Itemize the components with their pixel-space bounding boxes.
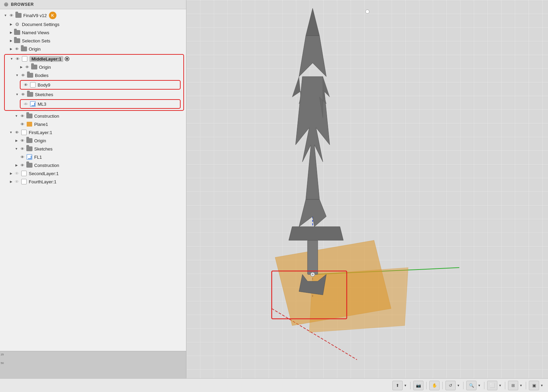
toolbar-dropdown-1[interactable]: ▼: [403, 381, 407, 390]
bodies-label: Bodies: [35, 73, 49, 78]
tree-item-ml3[interactable]: 👁 ML3: [21, 100, 180, 108]
tree-item-construction[interactable]: 👁 Construction: [0, 112, 186, 120]
body9-eye[interactable]: 👁: [23, 82, 29, 87]
middlelayer-label: MiddleLayer:1: [29, 56, 63, 62]
toolbar-sep-7: [526, 382, 526, 389]
selection-sets-label: Selection Sets: [22, 38, 50, 43]
fl-construction-label: Construction: [34, 163, 59, 168]
tree-item-fl-construction[interactable]: 👁 Construction: [0, 161, 186, 169]
fl-construction-folder-icon: [26, 162, 33, 168]
toolbar-group-camera: 📷: [413, 381, 423, 390]
tree-item-doc-settings[interactable]: ⚙ Document Settings: [0, 20, 186, 28]
fl1-eye[interactable]: 👁: [19, 155, 25, 159]
fl-origin-eye[interactable]: 👁: [19, 138, 25, 143]
toolbar-group-pan: ✋: [429, 381, 440, 390]
tree-item-fl1[interactable]: 👁 FL1: [0, 153, 186, 161]
secondlayer-component-icon: [21, 170, 27, 177]
fl-sketches-eye[interactable]: 👁: [19, 146, 25, 151]
toolbar-dropdown-2[interactable]: ▼: [456, 381, 460, 390]
toolbar-group-display: ⬜ ▼: [487, 381, 502, 390]
firstlayer-component-icon: [21, 129, 27, 135]
tree-root-item[interactable]: 👁 FinalV9 v12 K: [0, 11, 186, 20]
tree-item-named-views[interactable]: Named Views: [0, 28, 186, 37]
sketches-eye[interactable]: 👁: [20, 92, 26, 97]
construction-folder-icon: [26, 113, 33, 119]
tree-item-middlelayer[interactable]: 👁 MiddleLayer:1: [5, 55, 183, 63]
panel-minimize-icon[interactable]: —: [4, 2, 8, 6]
fl-construction-chevron: [14, 162, 19, 168]
sketches-label: Sketches: [35, 92, 53, 97]
fl-sketches-chevron: [14, 146, 19, 152]
middlelayer-radio[interactable]: [65, 56, 69, 61]
toolbar-dropdown-4[interactable]: ▼: [498, 381, 502, 390]
ml-origin-eye[interactable]: 👁: [24, 65, 30, 69]
tree-item-secondlayer[interactable]: 👁 SecondLayer:1: [0, 169, 186, 178]
toolbar-group-orbit: ↺ ▼: [445, 381, 460, 390]
toolbar-camera-btn[interactable]: 📷: [413, 381, 423, 390]
tree-item-origin-top[interactable]: 👁 Origin: [0, 45, 186, 53]
origin-top-eye[interactable]: 👁: [14, 47, 20, 51]
ml-origin-folder-icon: [31, 64, 38, 70]
browser-title: BROWSER: [11, 2, 34, 7]
tree-item-body9[interactable]: 👁 Body9: [21, 81, 180, 89]
fl-construction-eye[interactable]: 👁: [19, 163, 25, 168]
left-ruler-area: 25 50: [0, 351, 186, 378]
ml-origin-chevron: [18, 64, 24, 70]
toolbar-sep-2: [426, 382, 427, 389]
toolbar-group-grid: ⊞ ▼: [508, 381, 523, 390]
toolbar-pan-btn[interactable]: ✋: [429, 381, 440, 390]
toolbar-move-btn[interactable]: ⬆: [392, 381, 403, 390]
ml3-eye[interactable]: 👁: [23, 102, 29, 106]
root-chevron: [3, 13, 8, 18]
construction-chevron: [14, 113, 19, 119]
tree-item-selection-sets[interactable]: Selection Sets: [0, 37, 186, 45]
bodies-eye[interactable]: 👁: [20, 73, 26, 78]
radio-inner: [66, 58, 68, 60]
toolbar-viewport-btn[interactable]: ▣: [529, 381, 539, 390]
middlelayer-eye[interactable]: 👁: [14, 56, 21, 61]
avatar-badge: K: [49, 12, 56, 19]
ml3-red-border: 👁 ML3: [20, 99, 181, 109]
fl-origin-folder-icon: [26, 138, 33, 144]
svg-rect-13: [308, 240, 318, 275]
fourthlayer-eye[interactable]: 👁: [14, 179, 20, 184]
body9-icon: [29, 82, 36, 88]
toolbar-zoom-btn[interactable]: 🔍: [466, 381, 477, 390]
toolbar-display-btn[interactable]: ⬜: [487, 381, 497, 390]
firstlayer-eye[interactable]: 👁: [14, 130, 20, 135]
tree-item-ml-origin[interactable]: 👁 Origin: [5, 63, 183, 71]
tree-item-firstlayer[interactable]: 👁 FirstLayer:1: [0, 128, 186, 136]
tree-item-bodies[interactable]: 👁 Bodies: [5, 71, 183, 79]
body9-red-border: 👁 Body9: [20, 80, 181, 90]
origin-dot-top: [365, 10, 369, 14]
plane1-label: Plane1: [34, 122, 48, 127]
root-eye-icon[interactable]: 👁: [8, 13, 14, 18]
3d-viewport[interactable]: [186, 0, 548, 378]
plane1-eye[interactable]: 👁: [19, 122, 25, 127]
named-views-chevron: [8, 30, 14, 35]
toolbar-sep-5: [484, 382, 484, 389]
construction-eye[interactable]: 👁: [19, 114, 25, 118]
toolbar-group-zoom: 🔍 ▼: [466, 381, 481, 390]
doc-settings-label: Document Settings: [22, 22, 60, 27]
secondlayer-eye[interactable]: 👁: [14, 171, 20, 176]
toolbar-dropdown-5[interactable]: ▼: [519, 381, 523, 390]
root-folder-icon: [15, 12, 22, 18]
root-label: FinalV9 v12: [23, 13, 47, 18]
svg-marker-12: [289, 227, 343, 240]
browser-header: — BROWSER: [0, 0, 186, 9]
sketches-folder-icon: [27, 91, 34, 97]
toolbar-orbit-btn[interactable]: ↺: [445, 381, 456, 390]
tree-item-sketches[interactable]: 👁 Sketches: [5, 90, 183, 99]
fl-origin-chevron: [14, 138, 19, 143]
toolbar-dropdown-3[interactable]: ▼: [477, 381, 481, 390]
tree-item-fl-sketches[interactable]: 👁 Sketches: [0, 145, 186, 153]
toolbar-dropdown-6[interactable]: ▼: [540, 381, 544, 390]
tree-item-plane1[interactable]: 👁 Plane1: [0, 120, 186, 128]
plane1-icon: [26, 121, 33, 127]
toolbar-sep-3: [442, 382, 443, 389]
tree-item-fourthlayer[interactable]: 👁 FourthLayer:1: [0, 178, 186, 186]
toolbar-grid-btn[interactable]: ⊞: [508, 381, 518, 390]
ml3-sketch-icon: [29, 101, 36, 107]
tree-item-fl-origin[interactable]: 👁 Origin: [0, 136, 186, 145]
